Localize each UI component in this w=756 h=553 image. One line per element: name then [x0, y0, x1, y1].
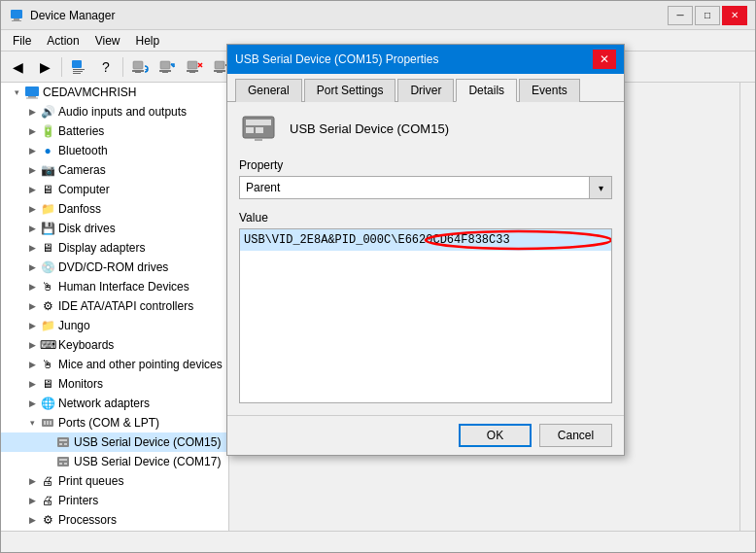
network-expand-icon[interactable]: ▶ — [24, 396, 40, 411]
svg-rect-5 — [73, 71, 83, 72]
danfoss-expand-icon[interactable]: ▶ — [24, 201, 40, 217]
tree-item-com15[interactable]: USB Serial Device (COM15) — [1, 432, 228, 452]
toolbar-properties[interactable] — [66, 55, 91, 79]
tree-item-keyboards[interactable]: ▶ ⌨ Keyboards — [1, 335, 228, 355]
dialog-close-button[interactable]: ✕ — [593, 50, 616, 69]
property-field-label: Property — [239, 158, 612, 172]
svg-rect-28 — [25, 86, 39, 96]
tree-item-computer[interactable]: ▶ 🖥 Computer — [1, 180, 228, 199]
svg-rect-47 — [255, 139, 262, 141]
dvd-expand-icon[interactable]: ▶ — [24, 259, 40, 275]
value-row[interactable]: USB\VID_2E8A&PID_000C\E6620CD64F838C33 — [240, 229, 611, 251]
ide-expand-icon[interactable]: ▶ — [24, 298, 40, 314]
tab-driver[interactable]: Driver — [397, 79, 454, 102]
monitors-expand-icon[interactable]: ▶ — [24, 376, 40, 392]
menu-action[interactable]: Action — [39, 32, 86, 50]
toolbar-forward[interactable]: ▶ — [32, 55, 57, 79]
batteries-expand-icon[interactable]: ▶ — [24, 123, 40, 139]
tab-general[interactable]: General — [235, 79, 302, 102]
toolbar-sep-2 — [122, 57, 123, 77]
root-label: CEDAVMCHRISH — [43, 86, 136, 99]
maximize-button[interactable]: □ — [695, 6, 720, 25]
tree-root[interactable]: ▾ CEDAVMCHRISH — [1, 83, 228, 102]
svg-rect-7 — [133, 61, 143, 69]
device-name-label: USB Serial Device (COM15) — [290, 121, 449, 136]
mice-expand-icon[interactable]: ▶ — [24, 357, 40, 372]
jungo-expand-icon[interactable]: ▶ — [24, 318, 40, 333]
print-expand-icon[interactable]: ▶ — [24, 473, 40, 489]
tree-item-audio[interactable]: ▶ 🔊 Audio inputs and outputs — [1, 102, 228, 121]
tree-item-monitors[interactable]: ▶ 🖥 Monitors — [1, 374, 228, 394]
jungo-icon: 📁 — [40, 318, 55, 333]
printers-expand-icon[interactable]: ▶ — [24, 493, 40, 508]
jungo-label: Jungo — [58, 319, 90, 332]
svg-rect-30 — [26, 98, 38, 99]
tree-item-print[interactable]: ▶ 🖨 Print queues — [1, 471, 228, 491]
properties-dialog[interactable]: USB Serial Device (COM15) Properties ✕ G… — [226, 44, 625, 456]
audio-expand-icon[interactable]: ▶ — [24, 104, 40, 120]
svg-rect-11 — [160, 61, 170, 69]
main-scrollbar[interactable] — [739, 83, 755, 531]
display-icon: 🖥 — [40, 240, 55, 256]
tree-item-processors[interactable]: ▶ ⚙ Processors — [1, 510, 228, 530]
root-expand-icon[interactable]: ▾ — [9, 85, 24, 100]
tab-details[interactable]: Details — [456, 79, 517, 102]
svg-rect-38 — [64, 443, 67, 445]
tree-item-network[interactable]: ▶ 🌐 Network adapters — [1, 394, 228, 413]
toolbar-update[interactable] — [155, 55, 180, 79]
hid-expand-icon[interactable]: ▶ — [24, 279, 40, 294]
com17-icon — [55, 454, 71, 469]
toolbar-help[interactable]: ? — [93, 55, 119, 79]
tree-item-disk[interactable]: ▶ 💾 Disk drives — [1, 219, 228, 238]
tree-item-hid[interactable]: ▶ 🖱 Human Interface Devices — [1, 277, 228, 296]
svg-rect-32 — [44, 421, 46, 425]
tree-item-ide[interactable]: ▶ ⚙ IDE ATA/ATAPI controllers — [1, 296, 228, 316]
computer-icon — [24, 85, 40, 100]
property-dropdown[interactable]: Parent — [239, 176, 612, 199]
menu-view[interactable]: View — [87, 32, 128, 50]
tree-item-bluetooth[interactable]: ▶ ● Bluetooth — [1, 141, 228, 160]
keyboards-expand-icon[interactable]: ▶ — [24, 337, 40, 353]
tree-item-mice[interactable]: ▶ 🖱 Mice and other pointing devices — [1, 355, 228, 374]
dialog-tabs: General Port Settings Driver Details Eve… — [227, 74, 624, 102]
close-button[interactable]: ✕ — [722, 6, 747, 25]
value-text: USB\VID_2E8A&PID_000C\E6620CD64F838C33 — [244, 233, 510, 247]
tree-item-danfoss[interactable]: ▶ 📁 Danfoss — [1, 199, 228, 219]
tree-item-dvd[interactable]: ▶ 💿 DVD/CD-ROM drives — [1, 258, 228, 277]
svg-rect-45 — [246, 127, 254, 133]
toolbar-scan[interactable] — [127, 55, 153, 79]
cancel-button[interactable]: Cancel — [539, 424, 612, 447]
tree-item-cameras[interactable]: ▶ 📷 Cameras — [1, 160, 228, 180]
display-expand-icon[interactable]: ▶ — [24, 240, 40, 256]
toolbar-uninstall[interactable] — [182, 55, 207, 79]
ports-expand-icon[interactable]: ▾ — [24, 415, 40, 431]
window-title: Device Manager — [30, 9, 668, 22]
tree-item-display[interactable]: ▶ 🖥 Display adapters — [1, 238, 228, 258]
tab-port-settings[interactable]: Port Settings — [304, 79, 396, 102]
processors-expand-icon[interactable]: ▶ — [24, 512, 40, 528]
print-icon: 🖨 — [40, 473, 55, 489]
minimize-button[interactable]: ─ — [668, 6, 693, 25]
com17-label: USB Serial Device (COM17) — [74, 455, 221, 468]
tab-events[interactable]: Events — [519, 79, 580, 102]
menu-file[interactable]: File — [5, 32, 39, 50]
disk-expand-icon[interactable]: ▶ — [24, 221, 40, 236]
tree-panel[interactable]: ▾ CEDAVMCHRISH ▶ 🔊 Audio inputs and outp… — [1, 83, 229, 531]
tree-item-printers[interactable]: ▶ 🖨 Printers — [1, 491, 228, 510]
bluetooth-expand-icon[interactable]: ▶ — [24, 143, 40, 158]
printers-icon: 🖨 — [40, 493, 55, 508]
tree-item-com17[interactable]: USB Serial Device (COM17) — [1, 452, 228, 471]
computer-expand-icon[interactable]: ▶ — [24, 182, 40, 197]
tree-item-ports[interactable]: ▾ Ports (COM & LPT) — [1, 413, 228, 432]
ok-button[interactable]: OK — [459, 424, 532, 447]
svg-rect-9 — [135, 72, 141, 73]
menu-help[interactable]: Help — [128, 32, 168, 50]
tree-item-jungo[interactable]: ▶ 📁 Jungo — [1, 316, 228, 335]
svg-rect-4 — [73, 69, 85, 70]
device-icon — [239, 114, 278, 143]
print-label: Print queues — [58, 474, 123, 488]
bluetooth-icon: ● — [40, 143, 55, 158]
tree-item-batteries[interactable]: ▶ 🔋 Batteries — [1, 121, 228, 141]
toolbar-back[interactable]: ◀ — [5, 55, 30, 79]
cameras-expand-icon[interactable]: ▶ — [24, 162, 40, 178]
